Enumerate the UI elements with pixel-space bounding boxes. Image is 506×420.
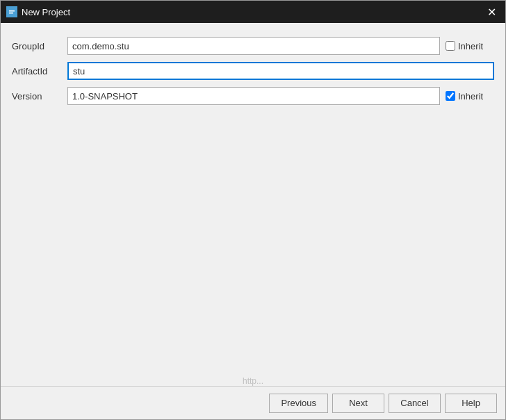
svg-rect-0 (8, 8, 16, 16)
groupid-inherit-checkbox[interactable] (446, 41, 455, 51)
watermark: http... (243, 376, 263, 386)
version-inherit-wrapper: Inherit (446, 91, 494, 102)
new-project-dialog: New Project ✕ GroupId Inherit ArtifactId (0, 0, 506, 420)
groupid-row: GroupId Inherit (12, 37, 494, 55)
cancel-button[interactable]: Cancel (389, 394, 441, 413)
dialog-icon (6, 6, 17, 17)
dialog-body: GroupId Inherit ArtifactId Version (1, 23, 505, 386)
artifactid-input[interactable] (67, 62, 494, 80)
previous-button[interactable]: Previous (269, 394, 328, 413)
title-bar-left: New Project (6, 6, 70, 17)
version-inherit-checkbox[interactable] (446, 91, 455, 101)
version-row: Version Inherit (12, 87, 494, 105)
svg-rect-1 (9, 10, 15, 12)
version-label: Version (12, 91, 67, 102)
close-button[interactable]: ✕ (483, 3, 500, 20)
groupid-inherit-label: Inherit (458, 41, 483, 51)
version-input[interactable] (67, 87, 440, 105)
groupid-label: GroupId (12, 41, 67, 51)
groupid-inherit-wrapper: Inherit (446, 41, 494, 51)
title-bar: New Project ✕ (1, 1, 505, 23)
help-button[interactable]: Help (445, 394, 497, 413)
artifactid-input-wrapper (67, 62, 494, 80)
version-input-wrapper: Inherit (67, 87, 494, 105)
artifactid-row: ArtifactId (12, 62, 494, 80)
groupid-input[interactable] (67, 37, 440, 55)
dialog-footer: Previous Next Cancel Help (1, 386, 505, 419)
dialog-title: New Project (22, 7, 70, 17)
svg-rect-2 (9, 13, 13, 14)
content-area (12, 112, 494, 375)
next-button[interactable]: Next (332, 394, 384, 413)
version-inherit-label: Inherit (458, 91, 483, 102)
groupid-input-wrapper: Inherit (67, 37, 494, 55)
artifactid-label: ArtifactId (12, 66, 67, 76)
